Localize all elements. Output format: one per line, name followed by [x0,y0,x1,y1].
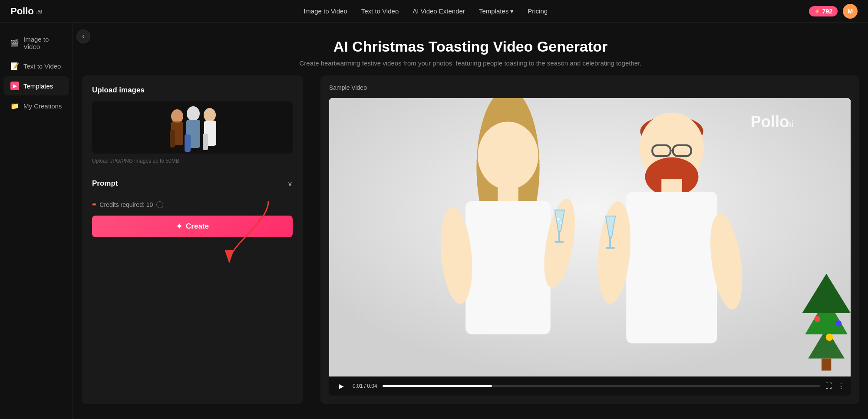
top-nav: Pollo.ai Image to Video Text to Video AI… [0,0,868,23]
sample-video-label: Sample Video [329,84,851,91]
credits-row: ≡ Credits required: 10 i [92,201,293,209]
prompt-chevron-icon: ∨ [287,180,293,188]
content-area: ‹ AI Christmas Toasting Video Generator … [73,23,868,419]
svg-rect-21 [555,241,564,243]
sidebar: 🎬 Image to Video 📝 Text to Video ▶ Templ… [0,23,73,419]
svg-rect-9 [203,134,208,150]
brand-suffix: .ai [36,7,43,15]
sidebar-item-templates[interactable]: ▶ Templates [3,76,69,95]
couple-scene: Pollo .ai [329,98,851,376]
sidebar-label-my-creations: My Creations [23,102,62,110]
sidebar-item-text-to-video[interactable]: 📝 Text to Video [3,56,69,75]
prompt-section[interactable]: Prompt ∨ [92,173,293,194]
brand-name: Pollo [10,6,34,17]
svg-point-42 [814,316,820,322]
chevron-down-icon: ▾ [510,7,514,15]
spark-icon: ✦ [176,222,182,231]
right-panel: Sample Video [320,75,859,404]
svg-rect-12 [329,98,851,376]
nav-text-to-video[interactable]: Text to Video [361,7,399,15]
page-title: AI Christmas Toasting Video Generator [82,38,859,55]
nav-templates[interactable]: Templates ▾ [479,7,514,15]
credits-badge[interactable]: ⚡ 792 [809,6,838,16]
avatar-button[interactable]: M [843,4,858,19]
my-creations-icon: 📁 [10,101,19,110]
svg-point-23 [560,222,561,224]
svg-point-4 [187,106,200,121]
video-container: Pollo .ai ▶ 0:01 / 0:04 ⛶ ⋮ [329,98,851,396]
create-button[interactable]: ✦ Create [92,216,293,237]
upload-hint: Upload JPG/PNG images up to 50MB. [92,158,293,164]
svg-point-41 [826,334,833,341]
video-controls: ▶ 0:01 / 0:04 ⛶ ⋮ [329,376,851,396]
text-to-video-icon: 📝 [10,62,19,70]
page-subtitle: Create heartwarming festive videos from … [82,59,859,67]
nav-right: ⚡ 792 M [809,4,858,19]
logo[interactable]: Pollo.ai [10,6,43,17]
video-frame: Pollo .ai [329,98,851,376]
prompt-label: Prompt [92,179,118,188]
main-layout: 🎬 Image to Video 📝 Text to Video ▶ Templ… [0,23,868,419]
svg-rect-31 [626,192,717,343]
create-label: Create [186,222,209,231]
sidebar-item-image-to-video[interactable]: 🎬 Image to Video [3,30,69,56]
svg-rect-34 [609,237,611,248]
progress-bar[interactable] [383,385,820,387]
svg-rect-6 [185,134,191,152]
panels-wrapper: Upload images [82,75,859,404]
templates-icon: ▶ [10,82,19,90]
image-to-video-icon: 🎬 [10,39,19,47]
page-header: AI Christmas Toasting Video Generator Cr… [73,23,868,75]
more-options-button[interactable]: ⋮ [838,382,845,390]
upload-box[interactable] [92,101,293,154]
sidebar-item-my-creations[interactable]: 📁 My Creations [3,96,69,115]
credits-stack-icon: ≡ [92,201,96,209]
svg-rect-3 [170,130,175,147]
nav-links: Image to Video Text to Video AI Video Ex… [304,7,548,15]
svg-point-14 [478,121,538,189]
time-display: 0:01 / 0:04 [353,383,377,389]
progress-fill [383,385,492,387]
svg-rect-16 [465,201,551,334]
lightning-icon: ⚡ [814,8,821,14]
credits-count: 792 [822,8,832,15]
sidebar-label-image-to-video: Image to Video [23,36,62,50]
svg-rect-35 [606,247,615,249]
couple-scene-svg: Pollo .ai [329,98,851,376]
credits-required-text: Credits required: 10 [99,201,153,208]
group-photo-preview [149,104,236,152]
nav-ai-video-extender[interactable]: AI Video Extender [413,7,465,15]
svg-point-22 [557,218,560,221]
upload-label: Upload images [92,86,293,95]
nav-pricing[interactable]: Pricing [528,7,548,15]
svg-rect-40 [822,358,831,370]
nav-image-to-video[interactable]: Image to Video [304,7,347,15]
upload-preview [92,101,293,154]
svg-point-43 [835,321,842,327]
play-button[interactable]: ▶ [335,380,347,392]
credits-info-icon[interactable]: i [156,201,163,208]
sidebar-label-templates: Templates [23,82,53,90]
svg-point-1 [171,109,183,123]
fullscreen-button[interactable]: ⛶ [825,382,832,390]
back-button[interactable]: ‹ [76,29,90,43]
svg-point-7 [204,108,216,122]
svg-text:.ai: .ai [783,118,794,129]
svg-rect-20 [558,231,560,242]
sidebar-label-text-to-video: Text to Video [23,62,61,70]
left-panel: Upload images [82,75,303,404]
